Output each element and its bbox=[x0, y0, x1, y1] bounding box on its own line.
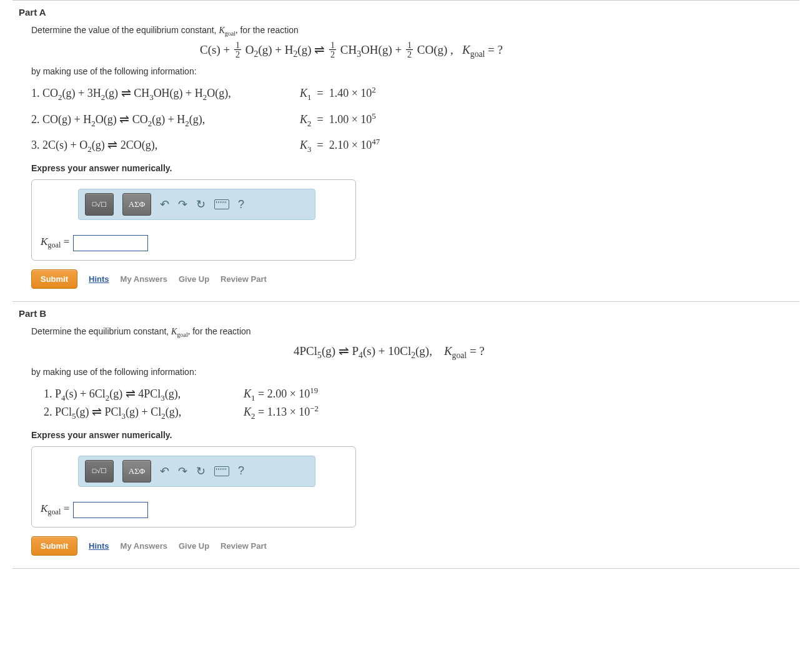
hints-link[interactable]: Hints bbox=[89, 541, 109, 551]
answer-label: Kgoal = bbox=[41, 502, 69, 517]
part-a-title: Part A bbox=[19, 7, 800, 18]
part-b-goal-equation: 4PCl5(g) ⇌ P4(s) + 10Cl2(g), Kgoal = ? bbox=[31, 343, 800, 361]
part-a-eq3: 3. 2C(s) + O2(g) ⇌ 2CO(g), K3 = 2.10 × 1… bbox=[31, 137, 800, 154]
part-a-button-row: Submit Hints My Answers Give Up Review P… bbox=[31, 269, 800, 289]
part-b-title: Part B bbox=[19, 308, 800, 319]
toolbar-math-templates-button[interactable]: ☐√☐ bbox=[85, 193, 114, 216]
part-b-eq2: 2. PCl5(g) ⇌ PCl3(g) + Cl2(g), K2 = 1.13… bbox=[44, 404, 800, 421]
reset-icon[interactable]: ↻ bbox=[196, 464, 205, 478]
help-icon[interactable]: ? bbox=[238, 198, 244, 211]
part-b-intro2: by making use of the following informati… bbox=[31, 367, 800, 377]
part-a-intro2: by making use of the following informati… bbox=[31, 66, 800, 76]
part-b-eq1: 1. P4(s) + 6Cl2(g) ⇌ 4PCl3(g), K1 = 2.00… bbox=[44, 386, 800, 403]
submit-button[interactable]: Submit bbox=[31, 536, 77, 556]
keyboard-icon[interactable] bbox=[214, 466, 229, 476]
toolbar-greek-button[interactable]: ΑΣΦ bbox=[122, 460, 151, 482]
give-up-link[interactable]: Give Up bbox=[179, 541, 209, 551]
part-a-eq2: 2. CO(g) + H2O(g) ⇌ CO2(g) + H2(g), K2 =… bbox=[31, 111, 800, 129]
undo-icon[interactable]: ↶ bbox=[160, 198, 169, 211]
part-b-answer-input[interactable] bbox=[73, 502, 148, 518]
part-a-answer-box: ☐√☐ ΑΣΦ ↶ ↷ ↻ ? Kgoal = bbox=[31, 179, 356, 261]
part-b-answer-box: ☐√☐ ΑΣΦ ↶ ↷ ↻ ? Kgoal = bbox=[31, 446, 356, 528]
toolbar-math-templates-button[interactable]: ☐√☐ bbox=[85, 460, 114, 482]
toolbar-greek-button[interactable]: ΑΣΦ bbox=[122, 193, 151, 216]
part-b: Part B Determine the equilibrium constan… bbox=[12, 301, 800, 569]
answer-toolbar: ☐√☐ ΑΣΦ ↶ ↷ ↻ ? bbox=[78, 189, 315, 220]
part-a-eq1: 1. CO2(g) + 3H2(g) ⇌ CH3OH(g) + H2O(g), … bbox=[31, 85, 800, 102]
part-a-intro: Determine the value of the equilibrium c… bbox=[31, 25, 800, 37]
part-a-goal-equation: C(s) + 12 O2(g) + H2(g) ⇌ 12 CH3OH(g) + … bbox=[31, 42, 800, 61]
give-up-link[interactable]: Give Up bbox=[179, 274, 209, 284]
part-a-answer-input[interactable] bbox=[73, 235, 148, 251]
redo-icon[interactable]: ↷ bbox=[178, 464, 187, 478]
part-a-instruction: Express your answer numerically. bbox=[31, 163, 800, 173]
help-icon[interactable]: ? bbox=[238, 464, 244, 478]
review-part-link[interactable]: Review Part bbox=[220, 274, 267, 284]
part-b-instruction: Express your answer numerically. bbox=[31, 430, 800, 440]
submit-button[interactable]: Submit bbox=[31, 269, 77, 289]
review-part-link[interactable]: Review Part bbox=[220, 541, 267, 551]
undo-icon[interactable]: ↶ bbox=[160, 464, 169, 478]
part-a: Part A Determine the value of the equili… bbox=[12, 0, 800, 301]
part-b-intro: Determine the equilibrium constant, Kgoa… bbox=[31, 326, 800, 338]
hints-link[interactable]: Hints bbox=[89, 274, 109, 284]
keyboard-icon[interactable] bbox=[214, 199, 229, 209]
answer-label: Kgoal = bbox=[41, 236, 69, 250]
my-answers-link[interactable]: My Answers bbox=[121, 541, 167, 551]
reset-icon[interactable]: ↻ bbox=[196, 198, 205, 211]
my-answers-link[interactable]: My Answers bbox=[121, 274, 167, 284]
answer-toolbar: ☐√☐ ΑΣΦ ↶ ↷ ↻ ? bbox=[78, 456, 315, 487]
redo-icon[interactable]: ↷ bbox=[178, 198, 187, 211]
part-b-button-row: Submit Hints My Answers Give Up Review P… bbox=[31, 536, 800, 556]
